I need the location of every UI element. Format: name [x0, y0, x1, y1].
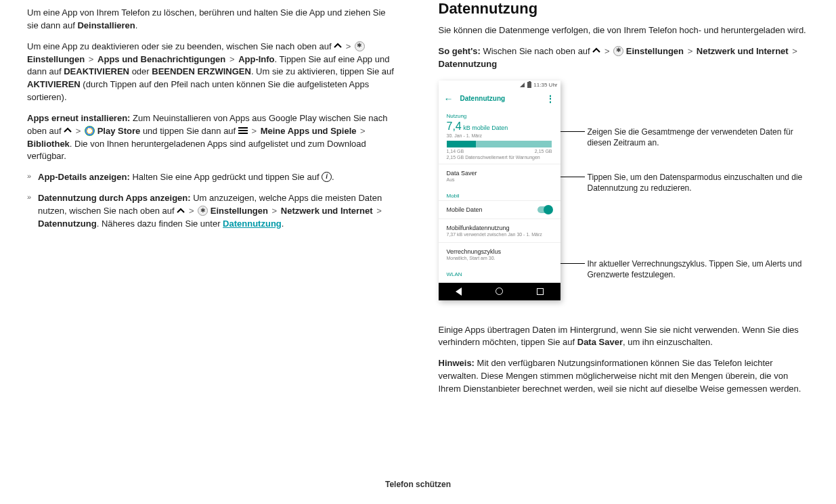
row-data-saver[interactable]: Data Saver Aus — [439, 164, 560, 187]
so-gehts: So geht's: Wischen Sie nach oben auf > E… — [439, 45, 810, 71]
text: oder — [129, 66, 152, 76]
data-saver-title: Data Saver — [447, 170, 552, 177]
billing-title: Verrechnungszyklus — [447, 248, 552, 255]
sep: > — [85, 54, 97, 64]
signal-icon — [520, 83, 525, 87]
mobile-data-switch[interactable] — [537, 206, 552, 213]
sep: > — [789, 46, 799, 56]
para-uninstall: Um eine App von Ihrem Telefon zu löschen… — [27, 7, 398, 32]
settings-label: Einstellungen — [27, 54, 85, 64]
bullet-marker: » — [27, 192, 34, 231]
datausage-label: Datennutzung — [439, 59, 498, 69]
limit-high: 2,15 GB — [535, 149, 552, 154]
text: Wischen Sie nach oben auf — [481, 46, 593, 56]
row-mobile-usage[interactable]: Mobilfunkdatennutzung 7,37 kB verwendet … — [439, 219, 560, 242]
datausage-link[interactable]: Datennutzung — [223, 219, 282, 229]
android-navbar — [439, 283, 560, 300]
usage-bar-used — [447, 141, 477, 147]
phone-mock: 11:35 Uhr ← Datennutzung ⋮ Nutzung 7,4 k… — [439, 81, 560, 300]
text: , um ihn einzuschalten. — [623, 337, 713, 347]
sep: > — [248, 126, 261, 136]
gear-icon — [613, 46, 623, 56]
section-wlan: WLAN — [439, 266, 560, 283]
para-reinstall: Apps erneut installieren: Zum Neuinstall… — [27, 112, 398, 163]
sep: > — [356, 126, 366, 136]
mobile-data-title: Mobile Daten — [447, 206, 483, 213]
data-saver-sub: Aus — [447, 177, 552, 182]
text: . — [135, 20, 138, 30]
sep: > — [373, 206, 383, 216]
usage-threshold-note: 2,15 GB Datenschwellenwert für Warnungen — [447, 155, 552, 160]
sep: > — [185, 206, 198, 216]
deactivate-label: DEAKTIVIEREN — [64, 66, 129, 76]
callout-data-saver: Tippen Sie, um den Datensparmodus einzus… — [588, 172, 810, 193]
uninstall-label: Deinstallieren — [77, 20, 135, 30]
nav-back-icon[interactable] — [456, 288, 462, 296]
sep: > — [72, 126, 85, 136]
text: . Näheres dazu finden Sie unter — [97, 219, 223, 229]
sep: > — [225, 54, 238, 64]
row-mobile-data[interactable]: Mobile Daten — [439, 200, 560, 219]
row-billing-cycle[interactable]: Verrechnungszyklus Monatlich, Start am 3… — [439, 242, 560, 266]
para-deactivate: Um eine App zu deaktivieren oder sie zu … — [27, 41, 398, 104]
intro-text: Sie können die Datenmenge verfolgen, die… — [439, 24, 810, 37]
usage-block: 7,4 kB mobile Daten 30. Jan - 1. März 1,… — [439, 120, 560, 164]
callout-total-usage: Zeigen Sie die Gesamtmenge der verwendet… — [588, 127, 810, 148]
play-store-icon — [85, 126, 95, 136]
text: Um eine App zu deaktivieren oder sie zu … — [27, 41, 334, 51]
text: . Die von Ihnen heruntergeladenen Apps s… — [27, 139, 366, 162]
activate-label: AKTIVIEREN — [27, 79, 81, 89]
usage-limits: 1,14 GB 2,15 GB — [447, 149, 552, 154]
usage-value: 7,4 — [447, 120, 462, 132]
sep: > — [268, 206, 281, 216]
limit-low: 1,14 GB — [447, 149, 464, 154]
network-label: Netzwerk und Internet — [697, 46, 789, 56]
billing-sub: Monatlich, Start am 30. — [447, 256, 552, 260]
back-icon[interactable]: ← — [444, 93, 454, 104]
gear-icon — [198, 206, 208, 216]
usage-range: 30. Jan - 1. März — [447, 133, 552, 138]
status-time: 11:35 Uhr — [533, 82, 557, 88]
bullet-marker: » — [27, 171, 34, 184]
datausage-label: Datennutzung — [38, 219, 97, 229]
force-stop-label: BEENDEN ERZWINGEN — [152, 66, 251, 76]
data-saver-bold: Data Saver — [577, 337, 623, 347]
bullet-data-usage: » Datennutzung durch Apps anzeigen: Um a… — [27, 192, 398, 231]
callout-text: Ihr aktueller Verrechnungszyklus. Tippen… — [588, 259, 802, 279]
sep: > — [600, 46, 613, 56]
more-icon[interactable]: ⋮ — [546, 97, 555, 101]
para-background: Einige Apps übertragen Daten im Hintergr… — [439, 324, 810, 350]
mobile-usage-sub: 7,37 kB verwendet zwischen Jan 30 - 1. M… — [447, 232, 552, 237]
apps-label: Apps und Benachrichtigungen — [97, 54, 225, 64]
myapps-label: Meine Apps und Spiele — [261, 126, 357, 136]
menu-icon — [238, 126, 248, 135]
text: . Um sie zu aktivieren, tippen Sie auf — [251, 66, 394, 76]
info-icon — [322, 172, 332, 182]
nav-recent-icon[interactable] — [537, 288, 544, 295]
note-text: Mit den verfügbaren Nutzungsinformatione… — [439, 358, 801, 394]
text: Halten Sie eine App gedrückt und tippen … — [130, 172, 322, 182]
text: . — [282, 219, 284, 229]
usage-bar-remaining — [476, 141, 552, 147]
appinfo-label: App-Info — [238, 54, 274, 64]
so-label: So geht's: — [439, 46, 481, 56]
callout-line — [560, 131, 585, 132]
settings-label: Einstellungen — [211, 206, 268, 216]
left-column: Um eine App von Ihrem Telefon zu löschen… — [27, 0, 398, 404]
callout-text: Tippen Sie, um den Datensparmodus einzus… — [588, 173, 803, 193]
callout-text: Zeigen Sie die Gesamtmenge der verwendet… — [588, 127, 793, 147]
bullet-label: Datennutzung durch Apps anzeigen: — [38, 193, 191, 203]
chevron-up-icon — [334, 42, 342, 50]
app-bar: ← Datennutzung ⋮ — [439, 90, 560, 108]
nav-home-icon[interactable] — [496, 288, 503, 295]
chevron-up-icon — [177, 207, 185, 215]
sep: > — [342, 41, 355, 51]
callout-line — [560, 177, 585, 177]
text: und tippen Sie dann auf — [140, 126, 238, 136]
library-label: Bibliothek — [27, 139, 70, 149]
mobile-usage-title: Mobilfunkdatennutzung — [447, 225, 552, 231]
sep: > — [684, 46, 697, 56]
section-usage: Nutzung — [439, 108, 560, 120]
usage-unit: kB mobile Daten — [463, 124, 508, 131]
page-footer: Telefon schützen — [0, 480, 836, 489]
